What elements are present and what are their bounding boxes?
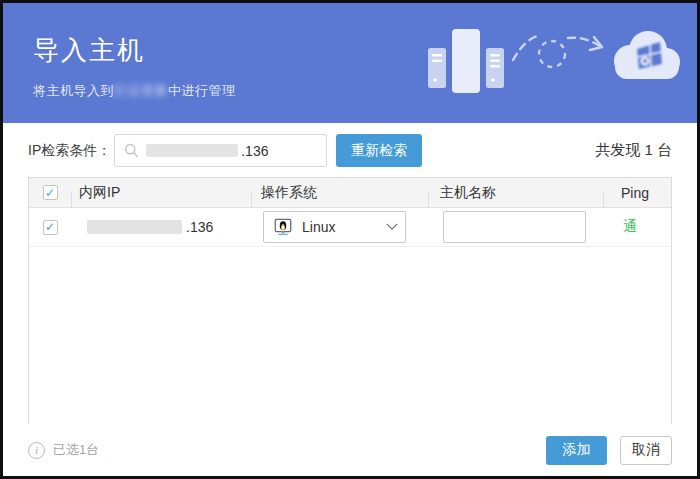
import-host-dialog: 导入主机 将主机导入到行云管家中进行管理 [0,0,700,479]
row-hostname-cell [428,211,603,243]
row-checkbox-cell [29,220,71,235]
selected-count-text: 已选1台 [53,441,99,459]
dialog-header: 导入主机 将主机导入到行云管家中进行管理 [3,3,697,123]
col-header-internal-ip: 内网IP [71,184,251,202]
ip-search-label: IP检索条件： [28,142,111,160]
dialog-footer: i 已选1台 添加 取消 [3,424,697,476]
ping-status: 通 [623,218,637,234]
row-internal-ip: .136 [71,219,251,235]
row-ping-cell: 通 [603,218,671,236]
search-icon [124,143,139,158]
col-header-ping: Ping [603,185,671,201]
redacted-ip-prefix [146,144,238,157]
research-button[interactable]: 重新检索 [336,134,422,167]
ip-search-input[interactable]: .136 [114,134,327,167]
redacted-product-name: 行云管家 [114,83,168,98]
search-toolbar: IP检索条件： .136 重新检索 共发现 1 台 [28,134,672,167]
os-select[interactable]: Linux [263,211,406,243]
servers-to-cloud-illustration [425,23,683,103]
col-header-hostname: 主机名称 [428,184,603,202]
host-table: 内网IP 操作系统 主机名称 Ping .136 [28,177,672,425]
found-count-text: 共发现 1 台 [595,141,672,160]
dashed-arrow-icon [513,36,602,60]
table-row: .136 [29,208,671,247]
ip-search-value: .136 [241,143,268,159]
os-selected-value: Linux [302,219,335,235]
table-header-row: 内网IP 操作系统 主机名称 Ping [29,178,671,208]
col-header-os: 操作系统 [251,184,428,202]
add-button[interactable]: 添加 [546,436,607,465]
chevron-down-icon [386,219,397,230]
select-all-checkbox[interactable] [43,185,58,200]
ip-suffix: .136 [186,219,213,235]
hostname-input[interactable] [443,211,586,243]
row-os-cell: Linux [251,211,428,243]
subtitle-suffix: 中进行管理 [168,83,236,98]
redacted-ip-prefix [87,220,182,234]
row-checkbox[interactable] [43,220,58,235]
server-towers-icon [428,29,504,93]
linux-tux-monitor-icon [273,217,293,237]
subtitle-prefix: 将主机导入到 [33,83,114,98]
info-icon: i [28,442,45,459]
header-checkbox-cell [29,185,71,200]
cancel-button[interactable]: 取消 [620,436,672,465]
dashed-sync-circle-icon [539,41,565,67]
